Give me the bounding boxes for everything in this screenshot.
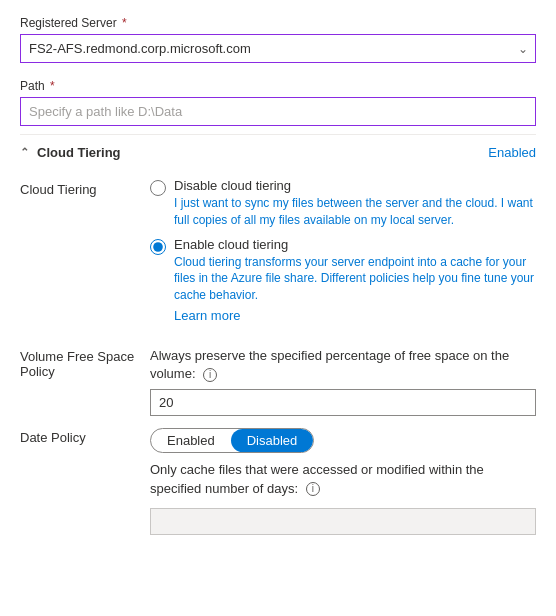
registered-server-select[interactable]: FS2-AFS.redmond.corp.microsoft.com	[20, 34, 536, 63]
disable-cloud-tiering-option: Disable cloud tiering I just want to syn…	[150, 178, 536, 229]
disable-option-desc: I just want to sync my files between the…	[174, 195, 536, 229]
date-policy-desc: Only cache files that were accessed or m…	[150, 461, 536, 497]
path-field: Path *	[20, 79, 536, 126]
date-policy-section: Date Policy Enabled Disabled Only cache …	[20, 428, 536, 534]
cloud-tiering-section-header[interactable]: ⌃ Cloud Tiering Enabled	[20, 134, 536, 170]
disable-option-content: Disable cloud tiering I just want to syn…	[174, 178, 536, 229]
toggle-enabled-button[interactable]: Enabled	[151, 429, 231, 452]
cloud-tiering-section-label: Cloud Tiering	[37, 145, 121, 160]
disable-cloud-tiering-radio[interactable]	[150, 180, 166, 196]
enable-option-title: Enable cloud tiering	[174, 237, 536, 252]
volume-free-space-input[interactable]	[150, 389, 536, 416]
path-label: Path *	[20, 79, 536, 93]
enable-cloud-tiering-radio[interactable]	[150, 239, 166, 255]
learn-more-link[interactable]: Learn more	[174, 308, 240, 323]
cloud-tiering-options: Disable cloud tiering I just want to syn…	[150, 178, 536, 331]
volume-free-space-content: Always preserve the specified percentage…	[150, 347, 536, 416]
collapse-icon: ⌃	[20, 146, 29, 159]
enable-option-content: Enable cloud tiering Cloud tiering trans…	[174, 237, 536, 323]
volume-info-icon[interactable]: i	[203, 368, 217, 382]
path-input[interactable]	[20, 97, 536, 126]
cloud-tiering-field-label: Cloud Tiering	[20, 178, 150, 331]
registered-server-select-wrapper: FS2-AFS.redmond.corp.microsoft.com ⌄	[20, 34, 536, 63]
date-info-icon[interactable]: i	[306, 482, 320, 496]
path-required-star: *	[47, 79, 55, 93]
date-policy-content: Enabled Disabled Only cache files that w…	[150, 428, 536, 534]
date-policy-toggle-group: Enabled Disabled	[150, 428, 314, 453]
volume-free-space-desc: Always preserve the specified percentage…	[150, 347, 536, 383]
registered-server-field: Registered Server * FS2-AFS.redmond.corp…	[20, 16, 536, 63]
disable-option-title: Disable cloud tiering	[174, 178, 536, 193]
volume-free-space-section: Volume Free Space Policy Always preserve…	[20, 347, 536, 416]
section-header-left: ⌃ Cloud Tiering	[20, 145, 121, 160]
volume-free-space-label: Volume Free Space Policy	[20, 347, 150, 416]
cloud-tiering-status: Enabled	[488, 145, 536, 160]
date-policy-label: Date Policy	[20, 428, 150, 534]
toggle-disabled-button[interactable]: Disabled	[231, 429, 314, 452]
cloud-tiering-body: Cloud Tiering Disable cloud tiering I ju…	[20, 178, 536, 331]
date-policy-input[interactable]	[150, 508, 536, 535]
registered-server-label: Registered Server *	[20, 16, 536, 30]
required-star: *	[119, 16, 127, 30]
enable-cloud-tiering-option: Enable cloud tiering Cloud tiering trans…	[150, 237, 536, 323]
enable-option-desc: Cloud tiering transforms your server end…	[174, 254, 536, 304]
